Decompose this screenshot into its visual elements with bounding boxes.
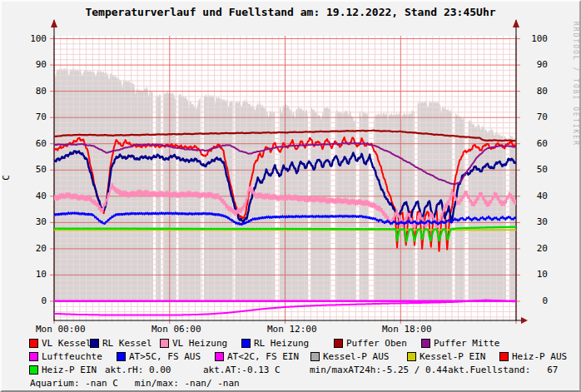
y-tick-label: 90: [18, 60, 47, 70]
x-tick-label: Mon 18:00: [382, 324, 432, 335]
legend-label: min/maxAT24h:-5.25 / 0.44: [310, 365, 448, 375]
legend-label: akt.AT:-0.13 C: [203, 365, 281, 375]
legend-label: RL Heizung: [254, 338, 309, 349]
legend-label: akt.rH: 0.00: [105, 365, 171, 375]
legend-label: Luftfeuchte: [42, 351, 102, 362]
legend-item: Heiz-P EIN: [29, 365, 97, 375]
legend-label: Kessel-P EIN: [420, 351, 485, 362]
legend-row-3: Heiz-P EINakt.rH: 0.00akt.AT:-0.13 Cmin/…: [0, 365, 581, 376]
legend-item: RL Kessel: [90, 338, 152, 349]
y-tick-label: 70: [519, 112, 548, 122]
legend-label: VL Heizung: [172, 338, 227, 349]
y-tick-label: 30: [519, 217, 548, 227]
y-tick-label: 70: [18, 112, 47, 122]
legend-label: AT>5C, FS AUS: [129, 351, 201, 362]
y-tick-label: 0: [519, 296, 548, 306]
legend-swatch: [29, 352, 38, 361]
legend-item: Puffer Mitte: [421, 338, 499, 349]
legend-item: Kessel-P AUS: [310, 351, 389, 362]
legend-label: Puffer Oben: [346, 338, 407, 349]
y-tick-label: 50: [519, 165, 548, 175]
y-tick-label: 90: [519, 60, 548, 70]
legend-swatch: [407, 352, 416, 361]
y-tick-label: 60: [519, 139, 548, 149]
y-tick-label: 80: [18, 87, 47, 97]
legend-swatch: [29, 365, 38, 375]
chart-canvas: [0, 0, 581, 337]
legend-swatch: [334, 339, 343, 348]
legend-swatch: [117, 352, 126, 361]
legend-label: AT<2C, FS EIN: [227, 351, 299, 362]
legend-label: Puffer Mitte: [434, 338, 499, 349]
legend-item: VL Heizung: [160, 338, 227, 349]
y-tick-label: 40: [519, 191, 548, 201]
legend-item: Kessel-P EIN: [407, 351, 485, 362]
legend-row-1: VL KesselRL KesselVL HeizungRL HeizungPu…: [0, 338, 581, 350]
x-tick-label: Mon 06:00: [151, 324, 201, 335]
y-tick-label: 10: [18, 270, 47, 280]
legend-item: Luftfeuchte: [29, 351, 102, 362]
y-tick-label: 60: [18, 139, 47, 149]
legend-label: Heiz-P AUS: [512, 351, 567, 362]
legend-row-2: LuftfeuchteAT>5C, FS AUSAT<2C, FS EINKes…: [0, 351, 581, 363]
y-tick-label: 20: [519, 244, 548, 254]
rrdtool-graph-page: { "watermark": "RRDTOOL / TOBI OETIKER",…: [0, 0, 581, 392]
y-axis-arrow-right: [513, 19, 519, 27]
x-axis-arrow: [521, 317, 528, 324]
legend-item: AT<2C, FS EIN: [215, 351, 299, 362]
legend-label: Kessel-P AUS: [323, 351, 389, 362]
y-tick-label: 20: [18, 244, 47, 254]
y-tick-label: 30: [18, 217, 47, 227]
legend-swatch: [499, 352, 509, 361]
y-tick-label: 100: [18, 34, 47, 44]
legend-item: Heiz-P AUS: [499, 351, 567, 362]
x-tick-label: Mon 12:00: [267, 324, 317, 335]
legend-swatch: [215, 352, 224, 361]
legend-item: VL Kessel: [29, 338, 92, 349]
legend-item: RL Heizung: [241, 338, 309, 349]
legend-label: akt.Fuellstand: 67: [448, 365, 558, 375]
legend-row-4: Aquarium: -nan C min/max: -nan/ -nan: [0, 378, 581, 390]
legend-label: RL Kessel: [102, 338, 152, 349]
legend-swatch: [310, 352, 320, 361]
y-tick-label: 40: [18, 191, 47, 201]
y-tick-label: 50: [18, 165, 47, 175]
legend-label: Heiz-P EIN: [42, 365, 97, 375]
legend-item: akt.rH: 0.00: [105, 365, 171, 375]
legend-swatch: [421, 339, 430, 348]
legend-item: akt.Fuellstand: 67: [448, 365, 558, 375]
y-tick-label: 10: [519, 270, 548, 280]
legend-swatch: [160, 339, 169, 348]
x-tick-label: Mon 00:00: [36, 324, 86, 335]
legend-item: akt.AT:-0.13 C: [203, 365, 281, 375]
legend-item: Puffer Oben: [334, 338, 407, 349]
legend-swatch: [90, 339, 99, 348]
legend-swatch: [241, 339, 251, 348]
y-axis-arrow-left: [51, 19, 57, 27]
legend-swatch: [29, 339, 38, 348]
y-tick-label: 80: [519, 87, 548, 97]
legend-label: Aquarium: -nan C min/max: -nan/ -nan: [30, 378, 240, 389]
y-tick-label: 100: [519, 34, 548, 44]
y-tick-label: 0: [18, 296, 47, 306]
legend-item: Aquarium: -nan C min/max: -nan/ -nan: [30, 378, 240, 389]
legend-item: AT>5C, FS AUS: [117, 351, 201, 362]
legend-label: VL Kessel: [42, 338, 92, 349]
legend-item: min/maxAT24h:-5.25 / 0.44: [310, 365, 448, 375]
